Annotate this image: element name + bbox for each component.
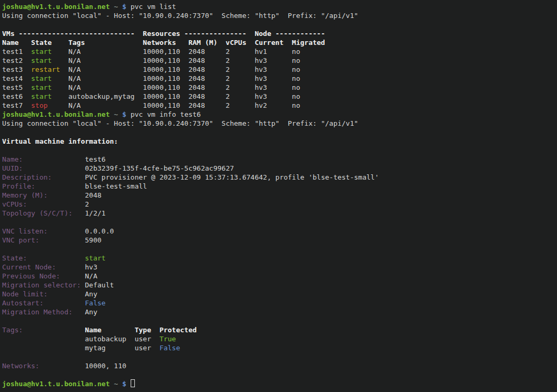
vm-info-title-line: Virtual machine information: [2, 137, 557, 146]
info-label: vCPUs: [2, 200, 85, 209]
vm-ram: 2048 [188, 83, 225, 92]
info-line: Migration selector:Default [2, 281, 557, 290]
vm-tags: N/A [68, 74, 143, 83]
info-label: Name: [2, 155, 85, 164]
blank-line [2, 218, 557, 227]
blank-line [2, 316, 557, 325]
vm-networks: 10000,110 [143, 56, 188, 65]
vm-tags: N/A [68, 56, 143, 65]
vm-migrated: no [292, 57, 300, 64]
vm-current-node: hv1 [254, 47, 291, 56]
info-value: 2048 [85, 191, 102, 199]
vm-table-section-header: VMs ----------------------------Resource… [2, 29, 557, 38]
vm-row: test1startN/A10000,11020482hv1no [2, 47, 557, 56]
column-header: RAM (M) [188, 38, 225, 47]
vm-networks: 10000,110 [143, 74, 188, 83]
info-line: VNC listen:0.0.0.0 [2, 227, 557, 236]
info-label: Tags: [2, 325, 85, 334]
vm-tags: N/A [68, 101, 143, 110]
vm-state: start [31, 56, 68, 65]
blank-line [2, 128, 557, 137]
vm-name: test4 [2, 74, 31, 83]
vm-row: test3restartN/A10000,11020482hv3no [2, 65, 557, 74]
terminal-screen[interactable]: joshua@hv1.t.u.bonilan.net ~ $ pvc vm li… [0, 0, 557, 392]
tags-column-header: Type [134, 325, 159, 334]
prompt-line: joshua@hv1.t.u.bonilan.net ~ $ pvc vm in… [2, 110, 557, 119]
vm-row: test7stopN/A10000,11020482hv2no [2, 101, 557, 110]
vm-vcpus: 2 [226, 101, 255, 110]
vm-migrated: no [292, 101, 300, 109]
info-value: Default [85, 281, 114, 289]
blank-line [2, 245, 557, 254]
info-value: 02b3239f-135f-4cfe-be75-5c962ac99627 [85, 164, 234, 172]
tag-type: user [134, 343, 159, 352]
vm-vcpus: 2 [226, 47, 255, 56]
tag-name: mytag [85, 343, 135, 352]
info-label: Topology (S/C/T): [2, 209, 85, 218]
info-line: Name:test6 [2, 155, 557, 164]
info-value: PVC provisioner @ 2023-12-09 15:37:13.67… [85, 173, 379, 181]
vm-name: test2 [2, 56, 31, 65]
column-header: Networks [143, 38, 188, 47]
vm-row: test6startautobackup,mytag10000,11020482… [2, 92, 557, 101]
connection-info-text: Using connection "local" - Host: "10.90.… [2, 12, 358, 20]
vm-networks: 10000,110 [143, 92, 188, 101]
info-label: Memory (M): [2, 191, 85, 200]
column-header: State [31, 38, 68, 47]
info-label: UUID: [2, 164, 85, 173]
vm-name: test1 [2, 47, 31, 56]
tags-header-line: Tags:NameTypeProtected [2, 325, 557, 334]
info-line: UUID:02b3239f-135f-4cfe-be75-5c962ac9962… [2, 164, 557, 173]
tag-type: user [134, 334, 159, 343]
command-text: pvc vm list [131, 3, 176, 11]
info-label: Autostart: [2, 298, 85, 307]
section-header-resources: Resources --------------- [143, 29, 254, 38]
vm-migrated: no [292, 48, 300, 55]
vm-migrated: no [292, 83, 300, 91]
info-line: Topology (S/C/T):1/2/1 [2, 209, 557, 218]
spacer [126, 380, 131, 388]
section-header-vms: VMs ---------------------------- [2, 29, 143, 38]
info-line: Autostart:False [2, 298, 557, 307]
vm-vcpus: 2 [226, 92, 255, 101]
vm-info-title: Virtual machine information: [2, 137, 118, 145]
vm-current-node: hv3 [254, 83, 291, 92]
column-header: Migrated [292, 39, 325, 46]
blank-line [2, 20, 557, 29]
prompt-cwd: ~ [114, 3, 118, 11]
vm-tags: N/A [68, 47, 143, 56]
blank-line [2, 352, 557, 361]
info-line: Current Node:hv3 [2, 263, 557, 272]
info-value: 0.0.0.0 [85, 227, 114, 235]
spacer [126, 3, 131, 11]
vm-name: test5 [2, 83, 31, 92]
vm-row: test2startN/A10000,11020482hv3no [2, 56, 557, 65]
info-value: 1/2/1 [85, 209, 106, 217]
vm-name: test3 [2, 65, 31, 74]
command-text: pvc vm info test6 [131, 110, 201, 118]
prompt-cwd: ~ [114, 380, 118, 388]
tag-protected: True [159, 335, 176, 343]
vm-current-node: hv2 [254, 101, 291, 110]
vm-ram: 2048 [188, 47, 225, 56]
vm-state: start [31, 74, 68, 83]
vm-networks: 10000,110 [143, 65, 188, 74]
vm-tags: autobackup,mytag [68, 92, 143, 101]
tag-name: autobackup [85, 334, 135, 343]
tag-row: autobackupuserTrue [2, 334, 557, 343]
terminal-cursor[interactable] [131, 379, 135, 387]
info-line: vCPUs:2 [2, 200, 557, 209]
vm-ram: 2048 [188, 65, 225, 74]
info-line: Memory (M):2048 [2, 191, 557, 200]
tags-column-header: Name [85, 325, 135, 334]
column-header: Current [254, 38, 291, 47]
vm-migrated: no [292, 66, 300, 73]
info-line: Previous Node:N/A [2, 272, 557, 281]
vm-table-column-header: NameStateTagsNetworksRAM (M)vCPUsCurrent… [2, 38, 557, 47]
vm-current-node: hv3 [254, 92, 291, 101]
info-value: 5900 [85, 236, 102, 244]
vm-migrated: no [292, 74, 300, 82]
info-label: VNC port: [2, 236, 85, 245]
prompt-symbol: $ [122, 3, 126, 11]
prompt-user-host: joshua@hv1.t.u.bonilan.net [2, 110, 110, 118]
